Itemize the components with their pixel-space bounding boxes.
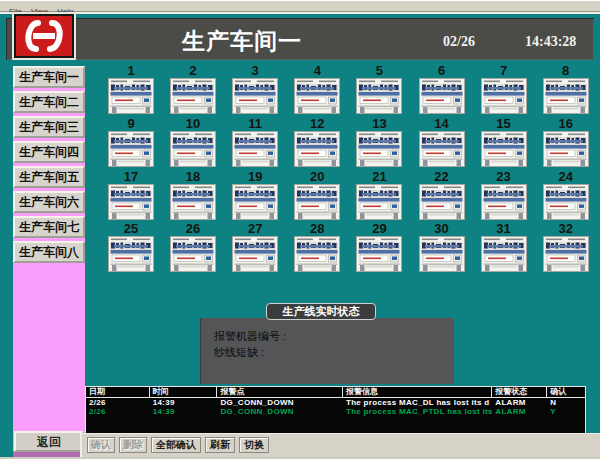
machine-number: 30 <box>419 222 465 236</box>
machine-18[interactable]: 18 <box>170 170 216 224</box>
app-window: FileViewHelp 生产车间一 02/26 14:43:28 生产车间一生… <box>0 0 600 459</box>
machine-29[interactable]: 29 <box>356 222 402 276</box>
toolbar-button-1[interactable]: 确认 <box>87 437 115 453</box>
back-button[interactable]: 返回 <box>14 431 84 452</box>
knitting-machine-icon <box>356 184 402 220</box>
alarm-cell: ALARM <box>492 398 547 407</box>
machine-9[interactable]: 9 <box>108 117 154 171</box>
machine-32[interactable]: 32 <box>543 222 589 276</box>
machine-22[interactable]: 22 <box>419 170 465 224</box>
knitting-machine-icon <box>481 131 527 167</box>
sidebar-item-workshop-8[interactable]: 生产车间八 <box>13 241 85 263</box>
machine-7[interactable]: 7 <box>481 64 527 118</box>
machine-number: 9 <box>108 117 154 131</box>
machine-number: 17 <box>108 170 154 184</box>
machine-21[interactable]: 21 <box>356 170 402 224</box>
knitting-machine-icon <box>543 236 589 272</box>
machine-number: 5 <box>356 64 402 78</box>
alarm-cell: The process MAC_PTDL has lost its .. <box>343 407 492 416</box>
toolbar-button-4[interactable]: 刷新 <box>205 437 235 453</box>
page-title: 生产车间一 <box>182 26 302 57</box>
machine-14[interactable]: 14 <box>419 117 465 171</box>
status-line-yarn-shortage: 纱线短缺 : <box>214 344 454 360</box>
knitting-machine-icon <box>232 131 278 167</box>
machine-19[interactable]: 19 <box>232 170 278 224</box>
alarm-column-header: 报警点 <box>217 387 342 397</box>
machine-8[interactable]: 8 <box>543 64 589 118</box>
toolbar-button-5[interactable]: 切换 <box>239 437 269 453</box>
knitting-machine-icon <box>543 131 589 167</box>
knitting-machine-icon <box>481 236 527 272</box>
bottom-toolbar: 确认删除全部确认刷新切换 <box>80 433 600 459</box>
alarm-row[interactable]: 2/2614:39DG_CONN_DOWNThe process MAC_DL … <box>86 398 585 407</box>
status-panel: 报警机器编号 : 纱线短缺 : <box>200 318 454 384</box>
knitting-machine-icon <box>543 184 589 220</box>
machine-10[interactable]: 10 <box>170 117 216 171</box>
knitting-machine-icon <box>294 236 340 272</box>
machine-23[interactable]: 23 <box>481 170 527 224</box>
machine-3[interactable]: 3 <box>232 64 278 118</box>
knitting-machine-icon <box>294 131 340 167</box>
alarm-column-header: 报警状态 <box>492 387 547 397</box>
knitting-machine-icon <box>419 78 465 114</box>
alarm-cell: Y <box>547 407 585 416</box>
toolbar-button-3[interactable]: 全部确认 <box>151 437 201 453</box>
machine-number: 19 <box>232 170 278 184</box>
machine-26[interactable]: 26 <box>170 222 216 276</box>
alarm-cell: DG_CONN_DOWN <box>217 398 342 407</box>
alarm-cell: ALARM <box>492 407 547 416</box>
knitting-machine-icon <box>294 184 340 220</box>
alarm-table-body: 2/2614:39DG_CONN_DOWNThe process MAC_DL … <box>86 398 585 416</box>
alarm-cell: DG_CONN_DOWN <box>217 407 342 416</box>
sidebar-item-workshop-4[interactable]: 生产车间四 <box>13 141 85 163</box>
machine-13[interactable]: 13 <box>356 117 402 171</box>
machine-5[interactable]: 5 <box>356 64 402 118</box>
knitting-machine-icon <box>170 184 216 220</box>
machine-2[interactable]: 2 <box>170 64 216 118</box>
machine-30[interactable]: 30 <box>419 222 465 276</box>
machine-number: 21 <box>356 170 402 184</box>
sidebar-item-workshop-7[interactable]: 生产车间七 <box>13 216 85 238</box>
machine-1[interactable]: 1 <box>108 64 154 118</box>
sidebar-item-workshop-3[interactable]: 生产车间三 <box>13 116 85 138</box>
machine-15[interactable]: 15 <box>481 117 527 171</box>
machine-25[interactable]: 25 <box>108 222 154 276</box>
machine-4[interactable]: 4 <box>294 64 340 118</box>
sidebar-item-workshop-6[interactable]: 生产车间六 <box>13 191 85 213</box>
knitting-machine-icon <box>419 131 465 167</box>
header-date: 02/26 <box>443 34 475 50</box>
machine-number: 23 <box>481 170 527 184</box>
knitting-machine-icon <box>232 236 278 272</box>
machine-24[interactable]: 24 <box>543 170 589 224</box>
machine-20[interactable]: 20 <box>294 170 340 224</box>
machine-number: 10 <box>170 117 216 131</box>
status-panel-title: 生产线实时状态 <box>266 303 376 320</box>
knitting-machine-icon <box>294 78 340 114</box>
machine-number: 12 <box>294 117 340 131</box>
machine-number: 4 <box>294 64 340 78</box>
machine-number: 13 <box>356 117 402 131</box>
knitting-machine-icon <box>108 78 154 114</box>
sidebar-item-workshop-1[interactable]: 生产车间一 <box>13 66 85 88</box>
machine-number: 14 <box>419 117 465 131</box>
machine-17[interactable]: 17 <box>108 170 154 224</box>
machine-16[interactable]: 16 <box>543 117 589 171</box>
machine-27[interactable]: 27 <box>232 222 278 276</box>
machine-number: 16 <box>543 117 589 131</box>
machine-number: 7 <box>481 64 527 78</box>
machine-6[interactable]: 6 <box>419 64 465 118</box>
alarm-column-header: 日期 <box>86 387 150 397</box>
machine-number: 24 <box>543 170 589 184</box>
machine-12[interactable]: 12 <box>294 117 340 171</box>
knitting-machine-icon <box>232 184 278 220</box>
toolbar-button-2[interactable]: 删除 <box>119 437 147 453</box>
menu-bar: FileViewHelp <box>0 0 600 12</box>
machine-number: 31 <box>481 222 527 236</box>
knitting-machine-icon <box>481 184 527 220</box>
machine-31[interactable]: 31 <box>481 222 527 276</box>
machine-11[interactable]: 11 <box>232 117 278 171</box>
alarm-row[interactable]: 2/2614:39DG_CONN_DOWNThe process MAC_PTD… <box>86 407 585 416</box>
sidebar-item-workshop-2[interactable]: 生产车间二 <box>13 91 85 113</box>
machine-28[interactable]: 28 <box>294 222 340 276</box>
sidebar-item-workshop-5[interactable]: 生产车间五 <box>13 166 85 188</box>
